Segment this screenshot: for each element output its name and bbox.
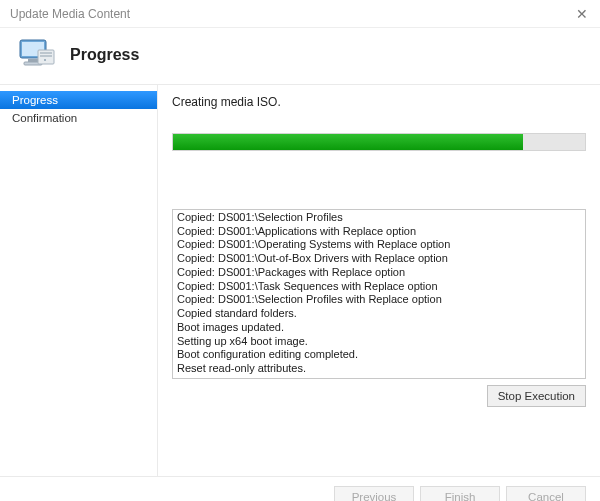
finish-button: Finish <box>420 486 500 502</box>
svg-point-7 <box>44 59 46 61</box>
status-text: Creating media ISO. <box>172 95 586 109</box>
close-icon[interactable]: ✕ <box>572 6 592 22</box>
page-title: Progress <box>70 46 139 64</box>
monitor-icon <box>18 38 56 72</box>
sidebar-item-confirmation[interactable]: Confirmation <box>0 109 157 127</box>
progress-bar <box>172 133 586 151</box>
title-bar: Update Media Content ✕ <box>0 0 600 28</box>
log-output[interactable]: Copied: DS001:\Task Sequences Copied: DS… <box>172 209 586 379</box>
svg-rect-5 <box>40 52 52 54</box>
cancel-button: Cancel <box>506 486 586 502</box>
wizard-steps-sidebar: Progress Confirmation <box>0 85 158 476</box>
window-title: Update Media Content <box>10 7 130 21</box>
main-panel: Creating media ISO. Copied: DS001:\Task … <box>158 85 600 476</box>
sidebar-item-label: Progress <box>12 94 58 106</box>
progress-bar-fill <box>173 134 523 150</box>
svg-rect-6 <box>40 55 52 57</box>
sidebar-item-progress[interactable]: Progress <box>0 91 157 109</box>
previous-button: Previous <box>334 486 414 502</box>
stop-execution-button[interactable]: Stop Execution <box>487 385 586 407</box>
wizard-footer: Previous Finish Cancel <box>0 476 600 501</box>
wizard-header: Progress <box>0 28 600 84</box>
sidebar-item-label: Confirmation <box>12 112 77 124</box>
